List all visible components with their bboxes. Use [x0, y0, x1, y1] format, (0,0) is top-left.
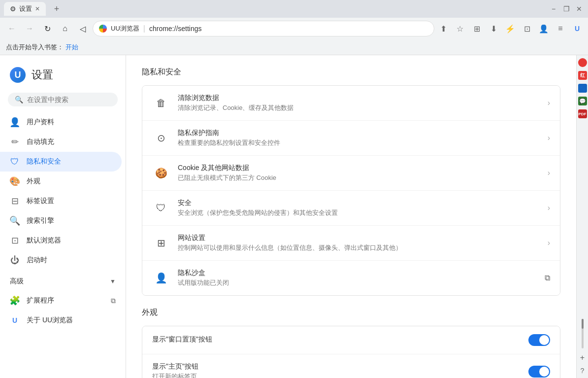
main-content: U 设置 🔍 👤 用户资料 ✏ 自动填充 🛡 隐私和安全 — [0, 55, 588, 378]
sidebar-item-autofill[interactable]: ✏ 自动填充 — [0, 132, 126, 152]
security-arrow-icon: › — [548, 204, 550, 212]
right-icon-paw[interactable]: 🐾 — [577, 83, 588, 94]
theme-icon[interactable]: ⚡ — [503, 22, 517, 35]
tab-settings-icon: ⊟ — [10, 196, 20, 206]
sidebar: U 设置 🔍 👤 用户资料 ✏ 自动填充 🛡 隐私和安全 — [0, 55, 126, 378]
appearance-section: 外观 显示"窗口置顶"按钮 显示"主页"按钮 打开新的标签页 — [142, 308, 560, 378]
history-back-button[interactable]: ◁ — [75, 21, 91, 36]
close-button[interactable]: ✕ — [574, 4, 584, 14]
sidebar-label-tab-settings: 标签设置 — [27, 197, 54, 206]
settings-content: 隐私和安全 🗑 清除浏览数据 清除浏览记录、Cookie、缓存及其他数据 › ⊙… — [126, 55, 576, 378]
site-settings-icon: ⊞ — [152, 234, 170, 252]
settings-item-security[interactable]: 🛡 安全 安全浏览（保护您免受危险网站的侵害）和其他安全设置 › — [142, 191, 560, 226]
privacy-section-title: 隐私和安全 — [142, 67, 560, 77]
settings-item-clear-browsing[interactable]: 🗑 清除浏览数据 清除浏览记录、Cookie、缓存及其他数据 › — [142, 86, 560, 121]
add-tab-button[interactable]: + — [50, 2, 64, 16]
home-btn-toggle[interactable] — [528, 366, 550, 378]
sidebar-item-user-profile[interactable]: 👤 用户资料 — [0, 112, 126, 132]
settings-item-privacy-sandbox[interactable]: 👤 隐私沙盒 试用版功能已关闭 ⧉ — [142, 261, 560, 295]
site-settings-desc: 控制网站可以使用和显示什么信息（如位置信息、摄像头、弹出式窗口及其他） — [178, 243, 548, 252]
appearance-icon: 🎨 — [10, 176, 20, 186]
privacy-sandbox-title: 隐私沙盒 — [178, 269, 545, 277]
settings-item-window-top-btn[interactable]: 显示"窗口置顶"按钮 — [142, 326, 560, 354]
bookmark-import-link[interactable]: 开始 — [65, 43, 78, 52]
sidebar-item-tab-settings[interactable]: ⊟ 标签设置 — [0, 191, 126, 211]
paw-icon: 🐾 — [578, 84, 587, 93]
bookmark-star-icon[interactable]: ☆ — [453, 22, 467, 35]
user-icon: 👤 — [10, 117, 20, 127]
sidebar-item-privacy-security[interactable]: 🛡 隐私和安全 — [0, 152, 122, 172]
address-bar[interactable]: UU浏览器 | chrome://settings — [93, 21, 434, 36]
right-icon-help[interactable]: ? — [577, 365, 588, 376]
settings-item-cookies[interactable]: 🍪 Cookie 及其他网站数据 已阻止无痕模式下的第三方 Cookie › — [142, 156, 560, 191]
cookies-desc: 已阻止无痕模式下的第三方 Cookie — [178, 173, 548, 182]
settings-item-site-settings[interactable]: ⊞ 网站设置 控制网站可以使用和显示什么信息（如位置信息、摄像头、弹出式窗口及其… — [142, 226, 560, 261]
address-separator: | — [143, 24, 145, 33]
restore-button[interactable]: ❐ — [561, 4, 571, 14]
sidebar-header: U 设置 — [0, 59, 126, 89]
clear-browsing-desc: 清除浏览记录、Cookie、缓存及其他数据 — [178, 103, 548, 112]
sidebar-item-about[interactable]: U 关于 UU浏览器 — [0, 310, 126, 330]
nav-section-main: 👤 用户资料 ✏ 自动填充 🛡 隐私和安全 🎨 外观 ⊟ 标签设置 — [0, 110, 126, 272]
sidebar-label-extensions: 扩展程序 — [27, 296, 54, 305]
sidebar-advanced-section[interactable]: 高级 ▼ — [0, 272, 126, 291]
menu-icon[interactable]: ≡ — [554, 22, 567, 35]
right-icon-pdf[interactable]: PDF — [577, 108, 588, 119]
sidebar-label-appearance: 外观 — [27, 177, 40, 186]
privacy-sandbox-external-icon: ⧉ — [545, 274, 550, 282]
sidebar-label-about: 关于 UU浏览器 — [27, 316, 73, 325]
nav-bar: ← → ↻ ⌂ ◁ UU浏览器 | chrome://settings ⬆ ☆ … — [0, 18, 588, 39]
account-icon[interactable]: 👤 — [537, 22, 551, 35]
browser-name-label: UU浏览器 — [111, 24, 139, 33]
privacy-icon: 🛡 — [10, 157, 20, 167]
extensions-icon: 🧩 — [10, 296, 20, 306]
sidebar-label-startup: 启动时 — [27, 256, 47, 265]
right-icon-plus[interactable]: + — [577, 352, 588, 363]
sidebar-item-default-browser[interactable]: ⊡ 默认浏览器 — [0, 231, 126, 250]
sidebar-item-search-engine[interactable]: 🔍 搜索引擎 — [0, 211, 126, 231]
browser-tab[interactable]: ⚙ 设置 ✕ — [4, 2, 46, 16]
search-box[interactable]: 🔍 — [8, 93, 118, 106]
address-text: chrome://settings — [149, 25, 428, 33]
settings-item-home-btn[interactable]: 显示"主页"按钮 打开新的标签页 — [142, 354, 560, 378]
minimize-button[interactable]: − — [549, 4, 558, 14]
home-button[interactable]: ⌂ — [57, 21, 73, 36]
tab-close-button[interactable]: ✕ — [35, 5, 40, 12]
sidebar-item-startup[interactable]: ⏻ 启动时 — [0, 250, 126, 270]
home-btn-title: 显示"主页"按钮 — [152, 362, 528, 371]
privacy-section: 隐私和安全 🗑 清除浏览数据 清除浏览记录、Cookie、缓存及其他数据 › ⊙… — [142, 67, 560, 296]
uu-browser-icon[interactable]: U — [570, 22, 584, 35]
search-input[interactable] — [27, 96, 113, 103]
download-icon[interactable]: ⬇ — [487, 22, 500, 35]
sidebar-item-extensions[interactable]: 🧩 扩展程序 ⧉ — [0, 291, 126, 310]
sidebar-label-default-browser: 默认浏览器 — [27, 236, 61, 245]
sidebar-item-appearance[interactable]: 🎨 外观 — [0, 172, 126, 191]
settings-item-privacy-guide[interactable]: ⊙ 隐私保护指南 检查重要的隐私控制设置和安全控件 › — [142, 121, 560, 156]
extension-icon[interactable]: ⊞ — [470, 22, 484, 35]
search-engine-icon: 🔍 — [10, 216, 20, 226]
forward-button[interactable]: → — [22, 21, 37, 36]
default-browser-icon: ⊡ — [10, 236, 20, 245]
pdf-icon: PDF — [578, 109, 587, 118]
back-button[interactable]: ← — [4, 21, 20, 36]
about-icon: U — [10, 315, 20, 325]
sidebar-label-privacy-security: 隐私和安全 — [27, 157, 61, 166]
privacy-sandbox-text: 隐私沙盒 试用版功能已关闭 — [178, 269, 545, 287]
window-top-toggle[interactable] — [528, 334, 550, 346]
sidebar-label-autofill: 自动填充 — [27, 137, 54, 146]
screen-icon[interactable]: ⊡ — [520, 22, 534, 35]
right-icon-redbook[interactable]: 红 — [577, 70, 588, 81]
right-icon-red[interactable] — [577, 57, 588, 68]
appearance-settings-card: 显示"窗口置顶"按钮 显示"主页"按钮 打开新的标签页 — [142, 326, 560, 378]
right-icon-wechat[interactable]: 💬 — [577, 96, 588, 106]
tab-favicon: ⚙ — [10, 5, 16, 13]
clear-browsing-arrow-icon: › — [548, 99, 550, 107]
red-book-icon: 红 — [578, 71, 587, 80]
privacy-guide-icon: ⊙ — [152, 129, 170, 147]
extensions-external-icon: ⧉ — [111, 297, 116, 305]
red-circle-icon — [578, 58, 587, 67]
share-icon[interactable]: ⬆ — [436, 22, 450, 35]
autofill-icon: ✏ — [10, 137, 20, 147]
privacy-settings-card: 🗑 清除浏览数据 清除浏览记录、Cookie、缓存及其他数据 › ⊙ 隐私保护指… — [142, 85, 560, 296]
refresh-button[interactable]: ↻ — [39, 21, 55, 36]
